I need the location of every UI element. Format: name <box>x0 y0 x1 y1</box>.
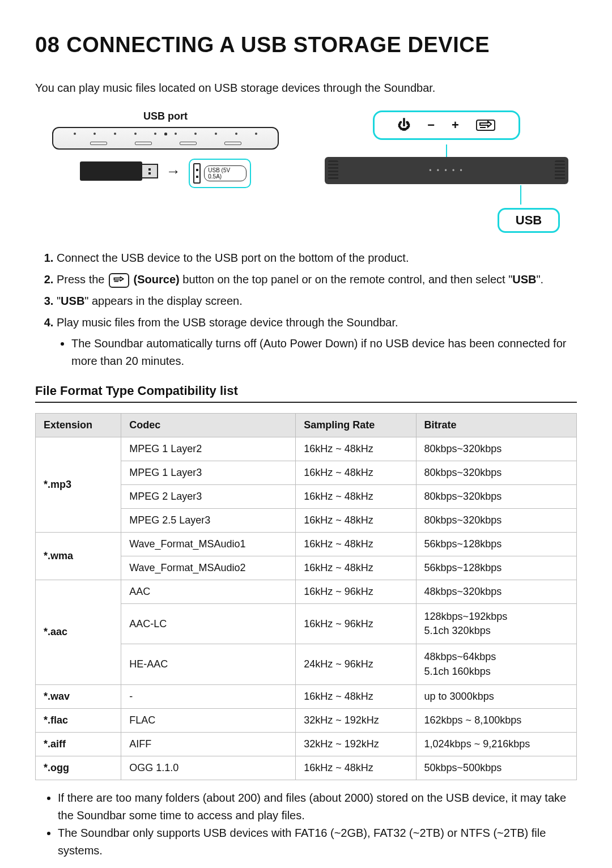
col-extension: Extension <box>36 414 121 437</box>
cell-bitrate: 80kbps~320kbps <box>416 509 576 533</box>
cell-bitrate: 50kbps~500kbps <box>416 756 576 780</box>
step-2: Press the (Source) button on the top pan… <box>57 270 577 288</box>
cell-bitrate: 56kbps~128kbps <box>416 533 576 556</box>
soundbar-top-illustration <box>52 127 279 150</box>
cell-bitrate: up to 3000kbps <box>416 684 576 708</box>
cell-extension: *.ogg <box>36 756 121 780</box>
cell-extension: *.wav <box>36 684 121 708</box>
cell-rate: 24kHz ~ 96kHz <box>296 644 416 684</box>
table-row: *.mp3MPEG 1 Layer216kHz ~ 48kHz80kbps~32… <box>36 437 577 461</box>
table-row: *.aiffAIFF32kHz ~ 192kHz1,024kbps ~ 9,21… <box>36 732 577 756</box>
table-row: *.wmaWave_Format_MSAudio116kHz ~ 48kHz56… <box>36 533 577 556</box>
arrow-right-icon: → <box>166 163 181 180</box>
callout-line-icon <box>446 144 447 157</box>
diagram-row: USB port → USB (5V 0.5A) ⏻ − <box>35 110 577 233</box>
table-row: *.flacFLAC32kHz ~ 192kHz162kbps ~ 8,100k… <box>36 708 577 732</box>
cell-bitrate: 48kbps~64kbps5.1ch 160kbps <box>416 644 576 684</box>
chapter-heading: CONNECTING A USB STORAGE DEVICE <box>66 33 490 57</box>
cell-bitrate: 162kbps ~ 8,100kbps <box>416 708 576 732</box>
usb-stick-icon <box>80 161 142 181</box>
usb-port-label: USB port <box>143 110 188 122</box>
cell-codec: AAC <box>121 580 296 604</box>
usb-plug-icon <box>141 164 158 178</box>
cell-rate: 16kHz ~ 48kHz <box>296 437 416 461</box>
cell-rate: 16kHz ~ 48kHz <box>296 461 416 485</box>
steps-list: Connect the USB device to the USB port o… <box>35 249 577 370</box>
usb-display-callout: USB <box>498 208 560 233</box>
source-icon <box>476 120 495 131</box>
table-row: *.oggOGG 1.1.016kHz ~ 48kHz50kbps~500kbp… <box>36 756 577 780</box>
page-title: 08CONNECTING A USB STORAGE DEVICE <box>35 33 577 57</box>
minus-icon: − <box>427 118 435 133</box>
note-1: If there are too many folders (about 200… <box>58 789 577 824</box>
cell-bitrate: 80kbps~320kbps <box>416 461 576 485</box>
usb-port-pill-label: USB (5V 0.5A) <box>204 165 246 181</box>
compat-table: Extension Codec Sampling Rate Bitrate *.… <box>35 413 577 780</box>
cell-bitrate: 80kbps~320kbps <box>416 485 576 509</box>
usb-port-callout: USB (5V 0.5A) <box>189 159 251 188</box>
step-3: "USB" appears in the display screen. <box>57 292 577 310</box>
note-2: The Soundbar only supports USB devices w… <box>58 824 577 860</box>
cell-bitrate: 128kbps~192kbps5.1ch 320kbps <box>416 604 576 644</box>
table-row: *.wav-16kHz ~ 48kHzup to 3000kbps <box>36 684 577 708</box>
cell-extension: *.wma <box>36 533 121 580</box>
top-panel-callout: ⏻ − + <box>373 110 520 140</box>
cell-extension: *.aiff <box>36 732 121 756</box>
source-icon-inline <box>109 273 129 288</box>
step-4-sublist: The Soundbar automatically turns off (Au… <box>71 335 577 370</box>
callout-line-icon <box>520 185 521 205</box>
cell-codec: AIFF <box>121 732 296 756</box>
cell-rate: 16kHz ~ 96kHz <box>296 580 416 604</box>
diagram-right: ⏻ − + • • • • • USB <box>316 110 577 233</box>
table-row: *.aacAAC16kHz ~ 96kHz48kbps~320kbps <box>36 580 577 604</box>
cell-codec: - <box>121 684 296 708</box>
cell-bitrate: 48kbps~320kbps <box>416 580 576 604</box>
cell-rate: 16kHz ~ 48kHz <box>296 485 416 509</box>
cell-rate: 32kHz ~ 192kHz <box>296 708 416 732</box>
cell-codec: MPEG 2 Layer3 <box>121 485 296 509</box>
cell-extension: *.aac <box>36 580 121 685</box>
cell-rate: 16kHz ~ 48kHz <box>296 756 416 780</box>
cell-bitrate: 1,024kbps ~ 9,216kbps <box>416 732 576 756</box>
chapter-number: 08 <box>35 33 60 57</box>
table-header-row: Extension Codec Sampling Rate Bitrate <box>36 414 577 437</box>
cell-codec: HE-AAC <box>121 644 296 684</box>
cell-bitrate: 80kbps~320kbps <box>416 437 576 461</box>
power-icon: ⏻ <box>398 118 410 133</box>
cell-codec: OGG 1.1.0 <box>121 756 296 780</box>
plus-icon: + <box>452 118 459 133</box>
usb-insert-row: → USB (5V 0.5A) <box>80 154 251 188</box>
col-bitrate: Bitrate <box>416 414 576 437</box>
cell-rate: 16kHz ~ 48kHz <box>296 556 416 580</box>
step-1: Connect the USB device to the USB port o… <box>57 249 577 267</box>
col-codec: Codec <box>121 414 296 437</box>
cell-rate: 16kHz ~ 48kHz <box>296 509 416 533</box>
cell-codec: AAC-LC <box>121 604 296 644</box>
intro-text: You can play music files located on USB … <box>35 80 577 96</box>
cell-rate: 16kHz ~ 48kHz <box>296 684 416 708</box>
usb-slot-icon <box>193 163 201 184</box>
cell-codec: MPEG 2.5 Layer3 <box>121 509 296 533</box>
cell-rate: 16kHz ~ 96kHz <box>296 604 416 644</box>
cell-codec: Wave_Format_MSAudio2 <box>121 556 296 580</box>
cell-rate: 32kHz ~ 192kHz <box>296 732 416 756</box>
document-page: 08CONNECTING A USB STORAGE DEVICE You ca… <box>0 0 612 868</box>
compat-heading: File Format Type Compatibility list <box>35 384 577 403</box>
cell-extension: *.mp3 <box>36 437 121 533</box>
col-sampling-rate: Sampling Rate <box>296 414 416 437</box>
diagram-left: USB port → USB (5V 0.5A) <box>35 110 296 233</box>
cell-codec: MPEG 1 Layer3 <box>121 461 296 485</box>
cell-codec: FLAC <box>121 708 296 732</box>
cell-rate: 16kHz ~ 48kHz <box>296 533 416 556</box>
cell-extension: *.flac <box>36 708 121 732</box>
cell-codec: MPEG 1 Layer2 <box>121 437 296 461</box>
soundbar-front-illustration: • • • • • <box>325 157 568 184</box>
cell-bitrate: 56kbps~128kbps <box>416 556 576 580</box>
step-4: Play music files from the USB storage de… <box>57 313 577 370</box>
step-4-note: The Soundbar automatically turns off (Au… <box>71 335 577 370</box>
cell-codec: Wave_Format_MSAudio1 <box>121 533 296 556</box>
notes-list: If there are too many folders (about 200… <box>58 789 577 860</box>
compat-table-body: *.mp3MPEG 1 Layer216kHz ~ 48kHz80kbps~32… <box>36 437 577 780</box>
